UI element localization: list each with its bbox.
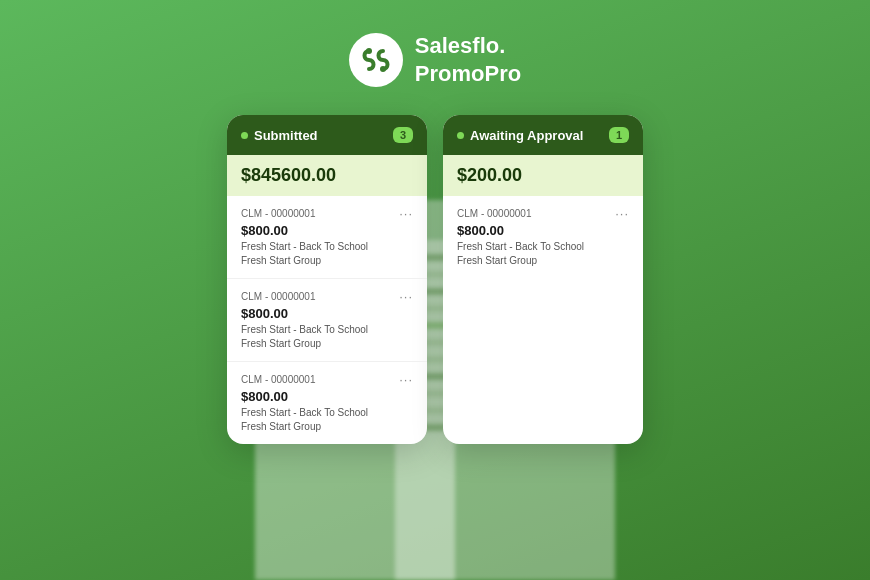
submitted-card-header: Submitted 3 [227,115,427,155]
claim-amount: $800.00 [241,306,413,321]
brand-logo-icon [349,33,403,87]
claim-menu-button[interactable]: ··· [399,206,413,221]
submitted-label: Submitted [254,128,318,143]
claim-id-row: CLM - 00000001 ··· [457,206,629,221]
awaiting-header-left: Awaiting Approval [457,128,583,143]
claim-menu-button[interactable]: ··· [615,206,629,221]
claim-item: CLM - 00000001 ··· $800.00 Fresh Start -… [227,279,427,362]
awaiting-card: Awaiting Approval 1 $200.00 CLM - 000000… [443,115,643,444]
claim-id-row: CLM - 00000001 ··· [241,206,413,221]
svg-point-2 [380,66,386,72]
awaiting-status-dot [457,132,464,139]
submitted-total: $845600.00 [227,155,427,196]
claim-item: CLM - 00000001 ··· $800.00 Fresh Start -… [227,196,427,279]
awaiting-card-header: Awaiting Approval 1 [443,115,643,155]
awaiting-total: $200.00 [443,155,643,196]
submitted-header-left: Submitted [241,128,318,143]
claim-id: CLM - 00000001 [241,291,316,302]
claim-item: CLM - 00000001 ··· $800.00 Fresh Start -… [227,362,427,444]
claim-desc: Fresh Start - Back To School Fresh Start… [241,323,413,351]
submitted-card-body: CLM - 00000001 ··· $800.00 Fresh Start -… [227,196,427,444]
claim-desc: Fresh Start - Back To School Fresh Start… [241,240,413,268]
cards-area: Submitted 3 $845600.00 CLM - 00000001 ··… [227,115,643,444]
claim-amount: $800.00 [241,223,413,238]
claim-id-row: CLM - 00000001 ··· [241,372,413,387]
claim-id: CLM - 00000001 [241,374,316,385]
claim-menu-button[interactable]: ··· [399,289,413,304]
claim-id: CLM - 00000001 [457,208,532,219]
claim-desc: Fresh Start - Back To School Fresh Start… [241,406,413,434]
awaiting-label: Awaiting Approval [470,128,583,143]
submitted-card: Submitted 3 $845600.00 CLM - 00000001 ··… [227,115,427,444]
awaiting-card-body: CLM - 00000001 ··· $800.00 Fresh Start -… [443,196,643,278]
claim-id: CLM - 00000001 [241,208,316,219]
claim-menu-button[interactable]: ··· [399,372,413,387]
claim-id-row: CLM - 00000001 ··· [241,289,413,304]
submitted-status-dot [241,132,248,139]
claim-amount: $800.00 [457,223,629,238]
claim-item: CLM - 00000001 ··· $800.00 Fresh Start -… [443,196,643,278]
app-header: Salesflo. PromoPro [349,32,521,87]
svg-point-0 [349,33,403,87]
awaiting-badge: 1 [609,127,629,143]
claim-amount: $800.00 [241,389,413,404]
submitted-badge: 3 [393,127,413,143]
svg-point-1 [366,48,372,54]
claim-desc: Fresh Start - Back To School Fresh Start… [457,240,629,268]
brand-name: Salesflo. PromoPro [415,32,521,87]
